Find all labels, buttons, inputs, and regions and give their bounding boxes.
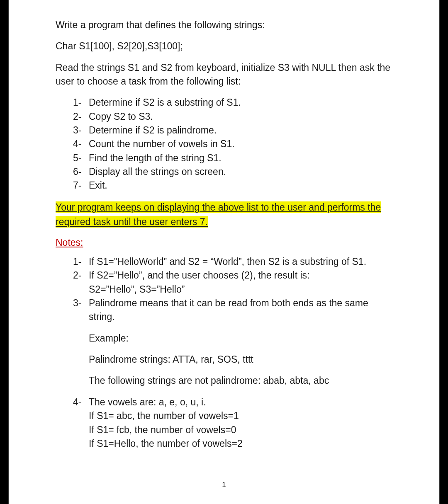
- task-number: 6-: [73, 165, 89, 179]
- notes-heading: Notes:: [56, 237, 83, 248]
- task-number: 5-: [73, 151, 89, 165]
- note-item-1: 1-If S1=”HelloWorld” and S2 = “World”, t…: [73, 255, 392, 269]
- task-number: 2-: [73, 110, 89, 124]
- note-text: If S1=”HelloWorld” and S2 = “World”, the…: [89, 255, 366, 269]
- note-2-result: S2=”Hello”, S3=”Hello”: [73, 283, 392, 296]
- task-number: 3-: [73, 124, 89, 137]
- note-item-2: 2-If S2=”Hello”, and the user chooses (2…: [73, 269, 392, 296]
- example-label: Example:: [56, 332, 392, 345]
- note-4-line-b: If S1= fcb, the number of vowels=0: [73, 423, 392, 437]
- task-number: 7-: [73, 179, 89, 192]
- notes-list: 1-If S1=”HelloWorld” and S2 = “World”, t…: [56, 255, 392, 324]
- notes-list-cont: 4-The vowels are: a, e, o, u, i. If S1= …: [56, 395, 392, 451]
- note-item-4: 4-The vowels are: a, e, o, u, i. If S1= …: [73, 395, 392, 451]
- highlight-line-1: Your program keeps on displaying the abo…: [56, 201, 381, 213]
- intro-paragraph-1: Write a program that defines the followi…: [56, 18, 392, 32]
- task-item-1: 1-Determine if S2 is a substring of S1.: [73, 96, 392, 109]
- highlight-line-2: required task until the user enters 7.: [56, 216, 208, 228]
- task-item-4: 4-Count the number of vowels in S1.: [73, 137, 392, 151]
- task-item-2: 2-Copy S2 to S3.: [73, 110, 392, 124]
- note-number: 4-: [73, 395, 89, 409]
- note-4-line-c: If S1=Hello, the number of vowels=2: [73, 437, 392, 451]
- task-list: 1-Determine if S2 is a substring of S1. …: [56, 96, 392, 192]
- note-number: 1-: [73, 255, 89, 269]
- document-page: Write a program that defines the followi…: [8, 0, 440, 504]
- task-text: Find the length of the string S1.: [89, 151, 222, 165]
- note-text: Palindrome means that it can be read fro…: [89, 296, 392, 324]
- note-text: The vowels are: a, e, o, u, i.: [89, 395, 206, 409]
- highlighted-instruction: Your program keeps on displaying the abo…: [56, 200, 392, 230]
- task-item-6: 6-Display all the strings on screen.: [73, 165, 392, 179]
- palindrome-examples: Palindrome strings: ATTA, rar, SOS, tttt: [56, 353, 392, 366]
- task-text: Determine if S2 is palindrome.: [89, 124, 217, 137]
- note-number: 3-: [73, 296, 89, 324]
- task-text: Count the number of vowels in S1.: [89, 137, 235, 151]
- task-number: 1-: [73, 96, 89, 109]
- intro-paragraph-2: Read the strings S1 and S2 from keyboard…: [56, 61, 392, 89]
- task-item-3: 3-Determine if S2 is palindrome.: [73, 124, 392, 137]
- non-palindrome-examples: The following strings are not palindrome…: [56, 374, 392, 388]
- task-text: Display all the strings on screen.: [89, 165, 226, 179]
- task-text: Exit.: [89, 179, 107, 192]
- note-text: If S2=”Hello”, and the user chooses (2),…: [89, 269, 309, 282]
- task-text: Copy S2 to S3.: [89, 110, 153, 124]
- page-number: 1: [9, 481, 439, 489]
- note-item-3: 3-Palindrome means that it can be read f…: [73, 296, 392, 324]
- note-number: 2-: [73, 269, 89, 282]
- task-item-5: 5-Find the length of the string S1.: [73, 151, 392, 165]
- note-4-line-a: If S1= abc, the number of vowels=1: [73, 409, 392, 423]
- task-text: Determine if S2 is a substring of S1.: [89, 96, 241, 109]
- code-declaration: Char S1[100], S2[20],S3[100];: [56, 39, 392, 53]
- task-number: 4-: [73, 137, 89, 151]
- task-item-7: 7-Exit.: [73, 179, 392, 192]
